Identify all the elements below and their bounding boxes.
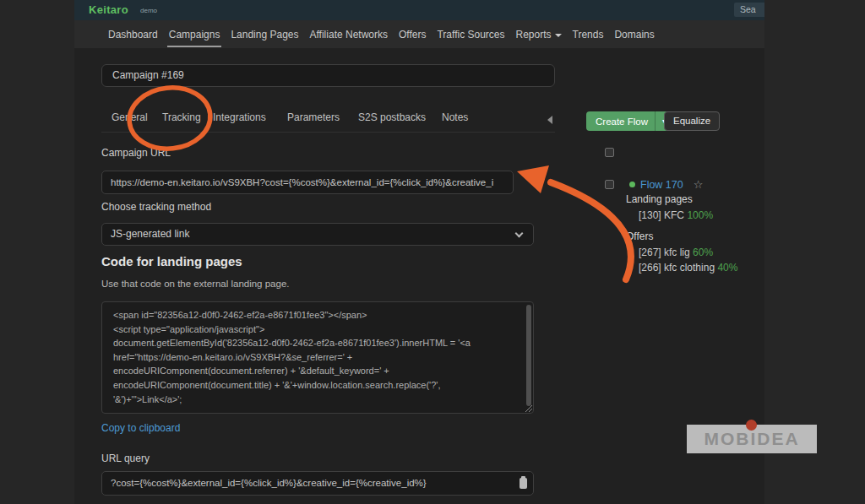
flow-link[interactable]: Flow 170 <box>640 179 683 191</box>
code-scrollbar-thumb[interactable] <box>526 305 531 406</box>
nav-item-traffic-sources[interactable]: Traffic Sources <box>437 29 504 41</box>
landing-code-text: <span id="82356a12-d0f0-2462-ef2a-e8671f… <box>113 310 471 404</box>
tab-notes[interactable]: Notes <box>442 111 468 123</box>
landing-code-textarea[interactable]: <span id="82356a12-d0f0-2462-ef2a-e8671f… <box>101 301 534 414</box>
tab-tracking[interactable]: Tracking <box>162 111 201 123</box>
watermark-dot-icon <box>746 420 757 431</box>
campaign-tabs: General Tracking Integrations Parameters… <box>101 108 555 133</box>
brand-demo-badge: demo <box>140 7 157 14</box>
search-input[interactable]: Sea <box>734 3 764 17</box>
nav-item-reports-label: Reports <box>515 29 551 41</box>
screenshot-background: Keitaro demo Sea Dashboard Campaigns Lan… <box>0 0 865 504</box>
code-section-hint: Use that code on the external landing pa… <box>101 279 290 289</box>
campaign-url-input[interactable]: https://demo-en.keitaro.io/vS9XBH?cost={… <box>101 171 514 194</box>
offer-share: 40% <box>717 262 737 274</box>
caret-down-icon <box>555 34 562 37</box>
nav-item-landing-pages[interactable]: Landing Pages <box>231 29 298 41</box>
main-nav: Dashboard Campaigns Landing Pages Affili… <box>74 20 764 48</box>
tracking-method-label: Choose tracking method <box>101 201 211 213</box>
copy-to-clipboard-link[interactable]: Copy to clipboard <box>101 422 180 434</box>
flow-checkbox[interactable] <box>605 180 614 189</box>
campaign-url-label: Campaign URL <box>101 147 171 159</box>
flow-status-dot-icon <box>629 182 635 187</box>
offer-item: [267] kfc lig 60% <box>639 247 713 258</box>
top-bar: Keitaro demo Sea <box>74 0 764 20</box>
tab-parameters[interactable]: Parameters <box>287 111 340 123</box>
url-query-input[interactable]: ?cost={%cost%}&external_id={%click_id%}&… <box>101 471 534 496</box>
clipboard-icon[interactable] <box>520 478 527 489</box>
star-icon[interactable]: ☆ <box>694 178 704 191</box>
nav-item-reports[interactable]: Reports <box>515 29 561 41</box>
campaign-name-input[interactable]: Campaign #169 <box>101 64 555 87</box>
offer-name: [267] kfc lig <box>639 247 690 258</box>
collapse-left-icon[interactable] <box>547 116 552 124</box>
keitaro-app-window: Keitaro demo Sea Dashboard Campaigns Lan… <box>74 0 764 504</box>
nav-item-dashboard[interactable]: Dashboard <box>108 29 158 41</box>
tab-integrations[interactable]: Integrations <box>213 111 266 123</box>
landing-pages-label: Landing pages <box>626 193 693 205</box>
landing-page-share: 100% <box>687 209 713 221</box>
offer-item: [266] kfc clothing 40% <box>639 262 737 274</box>
brand-logo: Keitaro <box>89 3 128 16</box>
nav-item-campaigns[interactable]: Campaigns <box>169 29 220 41</box>
url-query-label: URL query <box>101 453 150 464</box>
watermark-text: MOBIDEA <box>704 429 799 449</box>
nav-item-domains[interactable]: Domains <box>614 29 654 41</box>
create-flow-button[interactable]: Create Flow ▾ <box>586 111 672 131</box>
nav-item-trends[interactable]: Trends <box>573 29 604 41</box>
offer-share: 60% <box>693 247 713 258</box>
nav-item-offers[interactable]: Offers <box>399 29 426 41</box>
tracking-method-select[interactable]: JS-generated link <box>101 223 534 246</box>
create-flow-label: Create Flow <box>596 117 648 127</box>
code-section-heading: Code for landing pages <box>101 254 242 268</box>
select-all-flows-checkbox[interactable] <box>605 148 614 157</box>
offers-label: Offers <box>626 230 653 242</box>
offer-name: [266] kfc clothing <box>639 262 715 274</box>
tracking-method-value: JS-generated link <box>111 228 189 240</box>
nav-item-affiliate-networks[interactable]: Affiliate Networks <box>310 29 388 41</box>
landing-page-name: [130] KFC <box>639 209 684 221</box>
chevron-down-icon <box>515 230 524 238</box>
equalize-button[interactable]: Equalize <box>664 111 720 131</box>
landing-page-item: [130] KFC 100% <box>639 209 713 221</box>
flow-row: Flow 170 ☆ <box>605 178 703 191</box>
tab-general[interactable]: General <box>112 111 148 123</box>
tab-s2s-postbacks[interactable]: S2S postbacks <box>358 111 426 123</box>
